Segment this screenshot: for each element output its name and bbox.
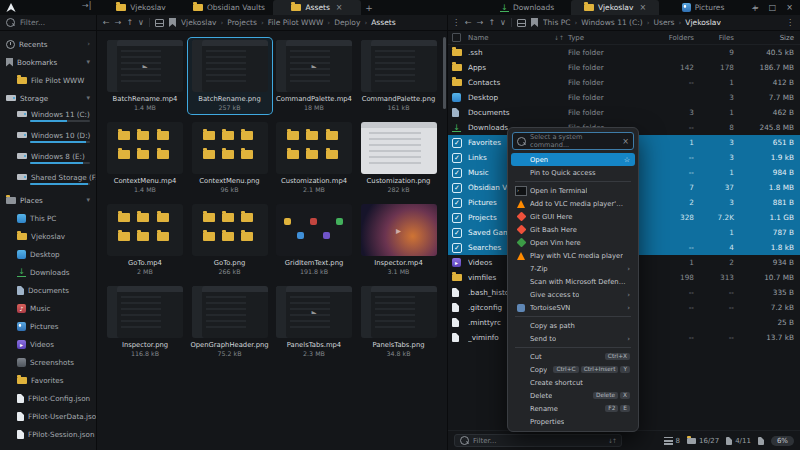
menu-item-open-in-terminal[interactable]: ›Open in Terminal: [511, 184, 635, 197]
grid-item[interactable]: ContextMenu.mp41.4 MB: [103, 120, 187, 196]
grid-item[interactable]: ▸BatchRename.mp41.4 MB: [103, 38, 187, 114]
row-checkbox[interactable]: ✓: [452, 243, 462, 253]
menu-item-delete[interactable]: DeleteDeleteX: [511, 389, 635, 402]
close-window-button[interactable]: ×: [781, 0, 798, 15]
filter-sort-icon[interactable]: ↓↑: [608, 437, 616, 444]
menu-item-copy-as-path[interactable]: Copy as path: [511, 319, 635, 332]
sidebar-section-storage[interactable]: Storage▾: [0, 89, 96, 107]
breadcrumb-item[interactable]: This PC: [543, 18, 570, 27]
sidebar-item-favorites[interactable]: Favorites: [0, 371, 96, 389]
close-icon[interactable]: ×: [622, 137, 629, 146]
tab-right-0[interactable]: ↓Downloads: [483, 0, 571, 15]
clipboard-icon[interactable]: [758, 437, 764, 445]
sidebar-item-documents[interactable]: Documents: [0, 281, 96, 299]
tab-left-2[interactable]: Assets×: [273, 0, 361, 15]
grid-item[interactable]: Customization.png282 kB: [357, 120, 441, 196]
menu-item-scan-with-microsoft-defender-[interactable]: Scan with Microsoft Defender...: [511, 275, 635, 288]
tab-right-1[interactable]: Vjekoslav×: [571, 0, 659, 15]
sidebar-section-places[interactable]: Places▾: [0, 191, 96, 209]
sidebar-item-windows-11-c-[interactable]: Windows 11 (C:): [0, 107, 96, 128]
sidebar-item-file-pilot-www[interactable]: File Pilot WWW: [0, 71, 96, 89]
scrollbar[interactable]: [443, 37, 446, 109]
pane-more-button[interactable]: ⋮: [786, 18, 800, 27]
back-button[interactable]: ←: [103, 18, 110, 27]
sidebar-item-screenshots[interactable]: Screenshots: [0, 353, 96, 371]
sidebar-item-shared-storage-f-[interactable]: Shared Storage (F:): [0, 170, 96, 191]
table-row[interactable]: DesktopFile folder37.7 MB: [448, 90, 800, 105]
sidebar-item-fpilot-config-json[interactable]: FPilot-Config.json: [0, 389, 96, 407]
grid-item[interactable]: GridItemText.png191.8 kB: [272, 202, 356, 278]
new-tab-button[interactable]: +: [361, 0, 377, 15]
row-checkbox[interactable]: ✓: [452, 213, 462, 223]
close-tab-icon[interactable]: ×: [336, 3, 343, 12]
command-search-input[interactable]: Select a system command... ×: [512, 132, 634, 150]
menu-item-open[interactable]: Open☆: [511, 153, 635, 166]
sidebar-item-this-pc[interactable]: This PC: [0, 209, 96, 227]
view-options-icon[interactable]: [155, 19, 164, 27]
grid-item[interactable]: GoTo.mp42 MB: [103, 202, 187, 278]
tab-right-2[interactable]: Pictures: [659, 0, 747, 15]
table-row[interactable]: .sshFile folder940.5 kB: [448, 45, 800, 60]
breadcrumb-item[interactable]: Vjekoslav: [181, 18, 217, 27]
forward-button[interactable]: →: [477, 18, 484, 27]
breadcrumb-item[interactable]: Projects: [227, 18, 257, 27]
breadcrumb-item[interactable]: File Pilot WWW: [268, 18, 324, 27]
sidebar-item-pictures[interactable]: Pictures: [0, 317, 96, 335]
menu-item-send-to[interactable]: Send to›: [511, 332, 635, 345]
list-filter-input[interactable]: Filter... ↓↑: [454, 434, 622, 447]
menu-item-cut[interactable]: CutCtrl+X: [511, 350, 635, 363]
menu-item-git-gui-here[interactable]: Git GUI Here: [511, 210, 635, 223]
bookmark-icon[interactable]: [169, 18, 176, 27]
sidebar-item-windows-10-d-[interactable]: Windows 10 (D:): [0, 128, 96, 149]
usage-percent-badge[interactable]: 6%: [771, 436, 794, 446]
menu-item-rename[interactable]: RenameF2E: [511, 402, 635, 415]
history-dropdown-button[interactable]: ∨: [500, 18, 506, 27]
row-checkbox[interactable]: ✓: [452, 228, 462, 238]
sidebar-item-windows-8-e-[interactable]: Windows 8 (E:): [0, 149, 96, 170]
grid-item[interactable]: ContextMenu.png96 kB: [188, 120, 272, 196]
grid-item[interactable]: ▸CommandPalette.mp418 MB: [272, 38, 356, 114]
menu-item-create-shortcut[interactable]: Create shortcut: [511, 376, 635, 389]
row-checkbox[interactable]: ✓: [452, 153, 462, 163]
sidebar-item-music[interactable]: ♪Music: [0, 299, 96, 317]
star-icon[interactable]: ☆: [624, 156, 630, 164]
breadcrumb-item[interactable]: Deploy: [334, 18, 360, 27]
menu-item-give-access-to[interactable]: Give access to›: [511, 288, 635, 301]
sidebar-item-vjekoslav[interactable]: Vjekoslav: [0, 227, 96, 245]
up-button[interactable]: ↑: [126, 18, 133, 27]
grid-item[interactable]: OpenGraphHeader.png75.2 kB: [188, 284, 272, 360]
up-button[interactable]: ↑: [488, 18, 495, 27]
sidebar-item-fpilot-session-json[interactable]: FPilot-Session.json: [0, 425, 96, 443]
row-checkbox[interactable]: ✓: [452, 168, 462, 178]
view-options-icon[interactable]: [517, 19, 526, 27]
menu-item-properties[interactable]: Properties: [511, 415, 635, 428]
sidebar-section-recents[interactable]: Recents›: [0, 35, 96, 53]
column-folders[interactable]: Folders: [654, 34, 694, 42]
chevron-icon[interactable]: ▾: [86, 196, 90, 204]
sidebar-filter[interactable]: Filter...: [0, 15, 97, 30]
grid-item[interactable]: PanelsTabs.png34.8 kB: [357, 284, 441, 360]
grid-item[interactable]: ▸Inspector.mp43.1 MB: [357, 202, 441, 278]
sidebar-item-downloads[interactable]: ↓Downloads: [0, 263, 96, 281]
table-row[interactable]: ContactsFile folder--1412 B: [448, 75, 800, 90]
menu-item-play-with-vlc-media-player[interactable]: Play with VLC media player: [511, 249, 635, 262]
table-row[interactable]: AppsFile folder142178186.7 MB: [448, 60, 800, 75]
menu-item-tortoisesvn[interactable]: TortoiseSVN›: [511, 301, 635, 314]
grid-item[interactable]: Customization.mp42.1 MB: [272, 120, 356, 196]
breadcrumb-item[interactable]: Users: [653, 18, 674, 27]
breadcrumb-item[interactable]: Windows 11 (C:): [581, 18, 642, 27]
grid-item[interactable]: ▸PanelsTabs.mp42.3 MB: [272, 284, 356, 360]
sidebar-section-bookmarks[interactable]: Bookmarks▾: [0, 53, 96, 71]
tab-left-1[interactable]: Obsidian Vaults: [185, 0, 273, 15]
close-tab-icon[interactable]: ×: [639, 3, 646, 12]
column-size[interactable]: Size: [734, 34, 794, 42]
menu-item-copy[interactable]: CopyCtrl+CCtrl+InsertY: [511, 363, 635, 376]
column-name[interactable]: Name ↓↑: [468, 34, 568, 42]
grid-item[interactable]: CommandPalette.png161 kB: [357, 38, 441, 114]
forward-button[interactable]: →: [115, 18, 122, 27]
sidebar-item-fpilot-userdata-json[interactable]: FPilot-UserData.json: [0, 407, 96, 425]
pane-menu-button[interactable]: ⋮: [452, 18, 460, 27]
menu-item-open-vim-here[interactable]: Open Vim here: [511, 236, 635, 249]
chevron-icon[interactable]: ›: [87, 40, 90, 48]
grid-item[interactable]: BatchRename.png257 kB: [188, 38, 272, 114]
